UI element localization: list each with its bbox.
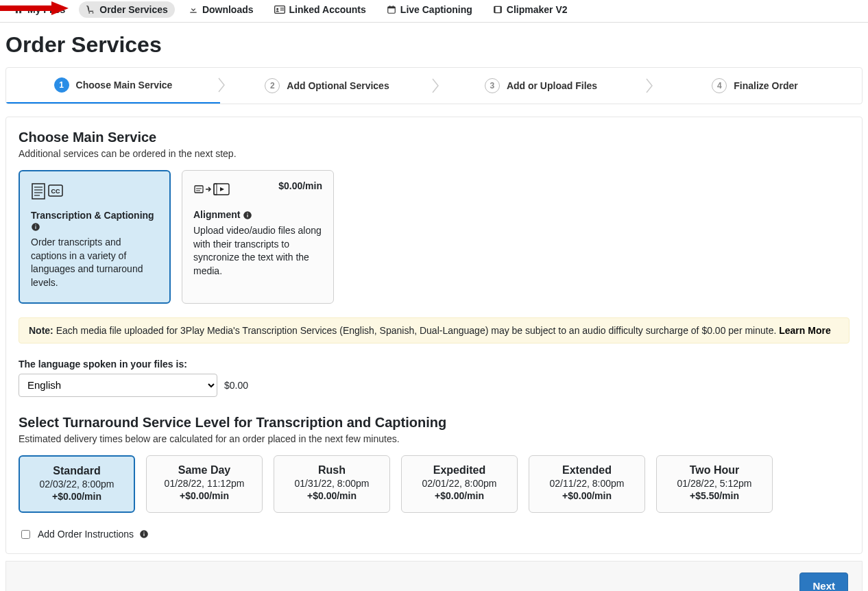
alignment-icon xyxy=(193,180,232,200)
svg-rect-35 xyxy=(143,533,144,536)
nav-label: Downloads xyxy=(202,4,254,15)
turnaround-date: 01/31/22, 8:00pm xyxy=(280,478,384,489)
turnaround-price: +$0.00/min xyxy=(407,490,511,501)
info-icon[interactable] xyxy=(243,210,252,220)
step-number: 4 xyxy=(712,78,727,93)
language-select[interactable]: English xyxy=(19,374,217,397)
language-row: English $0.00 xyxy=(19,374,849,397)
service-price: $0.00/min xyxy=(278,180,322,191)
nav-order-services[interactable]: Order Services xyxy=(79,1,175,18)
add-instructions-label: Add Order Instructions xyxy=(38,529,134,540)
step-number: 3 xyxy=(485,78,500,93)
svg-text:CC: CC xyxy=(51,188,60,195)
service-alignment[interactable]: $0.00/min Alignment Upload video/audio f… xyxy=(182,170,334,304)
nav-clipmaker[interactable]: Clipmaker V2 xyxy=(486,1,575,18)
info-icon[interactable] xyxy=(31,222,40,232)
progress-stepper: 1 Choose Main Service 2 Add Optional Ser… xyxy=(5,67,863,104)
turnaround-expedited[interactable]: Expedited 02/01/22, 8:00pm +$0.00/min xyxy=(401,455,518,513)
chevron-right-icon xyxy=(431,77,442,94)
turnaround-options: Standard 02/03/22, 8:00pm +$0.00/min Sam… xyxy=(19,455,849,513)
turnaround-same-day[interactable]: Same Day 01/28/22, 11:12pm +$0.00/min xyxy=(146,455,263,513)
service-transcription[interactable]: CC Transcription & Captioning Order tran… xyxy=(19,170,171,304)
svg-rect-9 xyxy=(388,7,396,8)
add-instructions-checkbox[interactable] xyxy=(21,530,30,539)
svg-rect-23 xyxy=(35,226,36,229)
svg-point-2 xyxy=(89,12,91,14)
page-title: Order Services xyxy=(5,32,863,58)
chevron-right-icon xyxy=(645,77,656,94)
svg-rect-32 xyxy=(248,215,248,217)
svg-rect-33 xyxy=(248,213,248,214)
turnaround-date: 02/11/22, 8:00pm xyxy=(535,478,639,489)
turnaround-extended[interactable]: Extended 02/11/22, 8:00pm +$0.00/min xyxy=(529,455,645,513)
top-nav: My Files Order Services Downloads Linked… xyxy=(0,0,868,23)
id-card-icon xyxy=(274,5,285,14)
turnaround-date: 01/28/22, 11:12pm xyxy=(152,478,256,489)
main-card: Choose Main Service Additional services … xyxy=(5,117,863,554)
turnaround-price: +$0.00/min xyxy=(152,490,256,501)
next-button[interactable]: Next xyxy=(799,572,848,591)
turnaround-date: 01/28/22, 5:12pm xyxy=(662,478,767,489)
turnaround-date: 02/03/22, 8:00pm xyxy=(25,479,128,490)
turnaround-two-hour[interactable]: Two Hour 01/28/22, 5:12pm +$5.50/min xyxy=(656,455,773,513)
surcharge-note: Note: Each media file uploaded for 3Play… xyxy=(19,317,849,343)
service-description: Upload video/audio files along with thei… xyxy=(193,224,322,278)
svg-rect-36 xyxy=(143,532,144,533)
service-options: CC Transcription & Captioning Order tran… xyxy=(19,170,849,304)
nav-label: Order Services xyxy=(99,4,168,15)
turnaround-price: +$0.00/min xyxy=(535,490,639,501)
service-title: Transcription & Captioning xyxy=(31,210,158,232)
transcription-icon: CC xyxy=(31,181,64,200)
svg-rect-6 xyxy=(280,8,283,8)
svg-point-3 xyxy=(93,12,94,14)
turnaround-standard[interactable]: Standard 02/03/22, 8:00pm +$0.00/min xyxy=(19,455,135,513)
svg-rect-10 xyxy=(389,5,390,8)
section-title: Choose Main Service xyxy=(19,130,849,145)
nav-my-files[interactable]: My Files xyxy=(7,1,72,18)
step-optional-services[interactable]: 2 Add Optional Services xyxy=(220,68,434,104)
step-finalize[interactable]: 4 Finalize Order xyxy=(648,68,862,104)
svg-rect-7 xyxy=(280,10,283,10)
turnaround-name: Extended xyxy=(535,464,639,477)
svg-rect-11 xyxy=(393,5,394,8)
turnaround-price: +$5.50/min xyxy=(662,490,767,501)
turnaround-name: Same Day xyxy=(152,464,256,477)
svg-rect-15 xyxy=(32,184,45,199)
step-label: Add or Upload Files xyxy=(507,80,597,91)
step-number: 1 xyxy=(54,77,69,93)
turnaround-title: Select Turnaround Service Level for Tran… xyxy=(19,415,849,431)
svg-rect-13 xyxy=(494,6,496,12)
chevron-right-icon xyxy=(217,77,228,93)
step-label: Finalize Order xyxy=(734,80,797,91)
nav-label: Linked Accounts xyxy=(289,4,366,15)
svg-marker-30 xyxy=(220,187,224,191)
section-subtitle: Additional services can be ordered in th… xyxy=(19,148,849,159)
nav-linked-accounts[interactable]: Linked Accounts xyxy=(267,1,373,18)
note-label: Note: xyxy=(29,325,53,336)
learn-more-link[interactable]: Learn More xyxy=(779,325,830,336)
turnaround-price: +$0.00/min xyxy=(25,491,128,502)
nav-downloads[interactable]: Downloads xyxy=(182,1,261,18)
turnaround-subtitle: Estimated delivery times below are calcu… xyxy=(19,433,849,444)
turnaround-name: Expedited xyxy=(407,464,511,477)
cart-icon xyxy=(86,5,95,14)
footer-bar: Next xyxy=(5,561,863,591)
nav-label: Live Captioning xyxy=(400,4,472,15)
step-add-files[interactable]: 3 Add or Upload Files xyxy=(434,68,648,104)
step-label: Choose Main Service xyxy=(76,80,173,91)
download-icon xyxy=(189,5,198,14)
info-icon[interactable] xyxy=(139,529,149,539)
home-icon xyxy=(14,5,23,14)
order-instructions-row: Add Order Instructions xyxy=(19,528,849,541)
svg-rect-25 xyxy=(195,186,203,193)
svg-rect-14 xyxy=(500,6,501,12)
turnaround-name: Two Hour xyxy=(662,464,767,477)
nav-live-captioning[interactable]: Live Captioning xyxy=(380,1,479,18)
nav-label: Clipmaker V2 xyxy=(507,4,568,15)
calendar-icon xyxy=(387,5,396,14)
film-icon xyxy=(493,5,503,14)
turnaround-rush[interactable]: Rush 01/31/22, 8:00pm +$0.00/min xyxy=(274,455,390,513)
nav-label: My Files xyxy=(27,4,65,15)
step-choose-main-service[interactable]: 1 Choose Main Service xyxy=(6,68,220,104)
note-body: Each media file uploaded for 3Play Media… xyxy=(53,325,779,336)
